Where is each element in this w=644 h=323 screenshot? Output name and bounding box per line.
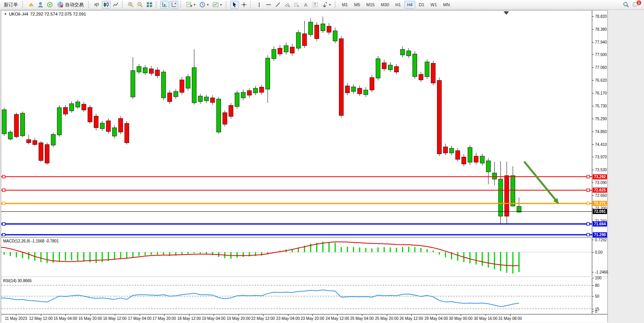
line-handle bbox=[2, 233, 5, 236]
candle-body bbox=[106, 121, 111, 132]
candle-body bbox=[75, 102, 80, 107]
candle-body bbox=[333, 31, 337, 41]
candle-body bbox=[456, 151, 460, 159]
text-tool-button[interactable]: A bbox=[302, 1, 310, 9]
fibonacci-tool-button[interactable]: F bbox=[292, 1, 301, 9]
timeframe-W1[interactable]: W1 bbox=[428, 1, 440, 9]
zoom-in-button[interactable] bbox=[126, 1, 135, 9]
timeframe-M1[interactable]: M1 bbox=[339, 1, 351, 9]
candle-body bbox=[498, 179, 503, 216]
rsi-plot[interactable] bbox=[1, 277, 592, 314]
timeframe-M15[interactable]: M15 bbox=[363, 1, 377, 9]
timeframe-M30[interactable]: M30 bbox=[378, 1, 392, 9]
search-button[interactable] bbox=[622, 1, 630, 9]
time-tick-label: 22 May 12:00 bbox=[249, 316, 277, 321]
panel-separator[interactable] bbox=[1, 236, 607, 237]
chart-title: ▼ UKOil-,H4 72.292 72.574 72.075 72.091 bbox=[4, 12, 86, 16]
collapse-ohlc-icon[interactable]: ▼ bbox=[4, 12, 7, 16]
macd-panel: 0.72920.00-1.2466 MACD(12,26,9) -1.1568 … bbox=[1, 237, 607, 277]
toolbar-grip bbox=[122, 1, 125, 8]
candle-body bbox=[229, 105, 233, 116]
candle-body bbox=[382, 63, 386, 69]
line-handle bbox=[2, 202, 5, 205]
timeframe-D1[interactable]: D1 bbox=[416, 1, 427, 9]
timeframe-H4[interactable]: H4 bbox=[404, 1, 415, 9]
candle-body bbox=[394, 67, 398, 72]
price-tick-label: 78.380 bbox=[595, 27, 607, 32]
toolbar-grip bbox=[226, 1, 228, 8]
line-handle bbox=[2, 176, 5, 178]
macd-axis[interactable]: 0.72920.00-1.2466 bbox=[592, 238, 607, 277]
candlestick-plot[interactable] bbox=[1, 11, 592, 236]
candle-body bbox=[388, 65, 393, 70]
time-tick-label: 15 May 20:00 bbox=[77, 316, 104, 321]
history-icon[interactable] bbox=[27, 1, 35, 9]
candle-body bbox=[70, 104, 74, 111]
new-order-button[interactable]: 新订单 bbox=[2, 1, 20, 9]
rsi-axis[interactable]: 1008050150 bbox=[592, 277, 607, 314]
price-tick-mark bbox=[592, 42, 594, 42]
candle-body bbox=[63, 107, 68, 114]
rsi-tick-mark bbox=[592, 278, 594, 278]
chart-shift-button[interactable] bbox=[170, 1, 178, 9]
bar-chart-mode-button[interactable] bbox=[93, 1, 101, 9]
periods-button[interactable]: ▼ bbox=[198, 1, 211, 9]
profile-icon[interactable] bbox=[36, 1, 45, 9]
timeframe-H1[interactable]: H1 bbox=[393, 1, 404, 9]
time-axis[interactable]: 11 May 202312 May 12:0015 May 04:0015 Ma… bbox=[1, 314, 607, 323]
templates-button[interactable]: ▼ bbox=[211, 1, 224, 9]
chat-button[interactable]: 1 bbox=[631, 1, 640, 9]
signals-icon[interactable] bbox=[46, 1, 54, 9]
add-indicator-button[interactable]: ▼ bbox=[185, 1, 197, 9]
candle-body bbox=[57, 108, 61, 135]
macd-tick-label: -1.2466 bbox=[595, 270, 608, 274]
candle-body bbox=[266, 58, 270, 89]
zoom-out-button[interactable] bbox=[136, 1, 144, 9]
auto-scroll-button[interactable] bbox=[160, 1, 169, 9]
tile-windows-button[interactable] bbox=[145, 1, 154, 9]
candle-body bbox=[100, 123, 104, 128]
rsi-tick-label: 100 bbox=[595, 276, 602, 280]
candle-body bbox=[211, 98, 215, 102]
candle-body bbox=[143, 68, 147, 73]
candle-body bbox=[290, 47, 295, 53]
candle-body bbox=[437, 81, 442, 154]
time-tick-mark bbox=[288, 314, 288, 316]
crosshair-tool-button[interactable] bbox=[240, 1, 248, 9]
candle-body bbox=[517, 206, 521, 212]
ohlc-values: 72.292 72.574 72.075 72.091 bbox=[30, 12, 86, 16]
price-axis[interactable]: 78.82078.38077.94077.50077.06076.62076.1… bbox=[592, 11, 607, 236]
auto-trading-button[interactable]: 自动交易 bbox=[55, 1, 86, 9]
candle-body bbox=[364, 90, 368, 95]
label-tool-button[interactable]: T bbox=[311, 1, 319, 9]
line-chart-mode-button[interactable] bbox=[111, 1, 120, 9]
candle-body bbox=[161, 72, 166, 98]
time-tick-mark bbox=[411, 314, 412, 316]
timeframe-MN[interactable]: MN bbox=[440, 1, 453, 9]
time-tick-label: 16 May 12:00 bbox=[101, 316, 128, 321]
chat-badge: 1 bbox=[637, 0, 641, 5]
new-order-label: 新订单 bbox=[4, 2, 18, 8]
candle-body bbox=[492, 173, 497, 179]
arrows-tool-button[interactable]: ▼ bbox=[320, 1, 333, 9]
panel-separator[interactable] bbox=[1, 276, 607, 277]
line-handle bbox=[587, 233, 590, 236]
candlestick-mode-button[interactable] bbox=[102, 1, 111, 9]
trendline-tool-button[interactable] bbox=[274, 1, 282, 9]
price-chart-panel: 78.82078.38077.94077.50077.06076.62076.1… bbox=[1, 11, 607, 236]
cursor-tool-button[interactable] bbox=[230, 1, 239, 9]
horizontal-line-tool-button[interactable] bbox=[264, 1, 273, 9]
hline-price-label: 72.091 bbox=[593, 209, 607, 214]
candle-body bbox=[186, 77, 190, 88]
price-tick-label: 74.850 bbox=[595, 130, 607, 134]
price-tick-mark bbox=[592, 54, 594, 55]
channel-tool-button[interactable]: E bbox=[283, 1, 291, 9]
time-tick-mark bbox=[140, 314, 140, 316]
timeframe-M5[interactable]: M5 bbox=[351, 1, 363, 9]
candle-body bbox=[272, 49, 276, 59]
candle-body bbox=[26, 140, 31, 143]
hline-price-label: 71.664 bbox=[593, 221, 607, 226]
line-handle bbox=[587, 189, 590, 191]
vertical-line-tool-button[interactable] bbox=[255, 1, 263, 9]
macd-plot[interactable] bbox=[1, 238, 592, 277]
